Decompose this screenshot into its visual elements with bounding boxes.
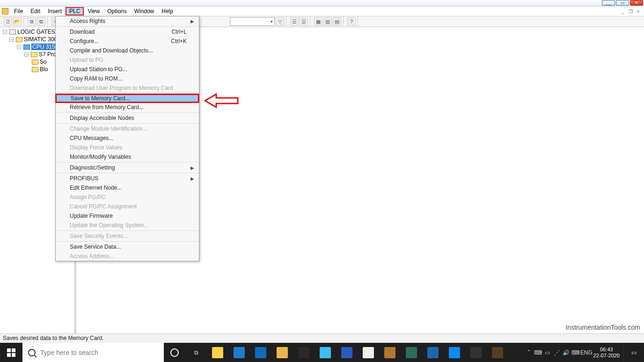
menu-item-display-accessible-nodes[interactable]: Display Accessible Nodes [56,113,199,123]
tray-keyboard-icon[interactable]: ⌨ [534,349,543,356]
menu-item-update-firmware[interactable]: Update Firmware [56,211,199,221]
tray-chevron-icon[interactable]: ˄ [524,349,534,356]
plc-menu-dropdown: Access Rights▶DownloadCtrl+LConfigure...… [55,16,199,261]
new-button[interactable]: 🗋 [4,17,12,26]
menu-item-upload-station-to-pg[interactable]: Upload Station to PG... [56,65,199,74]
menu-item-compile-and-download-objects[interactable]: Compile and Download Objects... [56,46,199,55]
menu-item-access-address: Access Address... [56,251,199,261]
filter-combo[interactable]: ▾ [230,17,275,26]
menu-plc[interactable]: PLC [66,7,84,15]
task-view-button[interactable]: ⧉ [185,343,207,362]
toolbar-btn-a[interactable]: ⧉ [28,17,36,26]
toolbar-btn-e[interactable]: ▦ [314,17,322,26]
tray-volume-icon[interactable]: 🔊 [562,349,571,356]
toolbar-btn-c[interactable]: ☰ [290,17,299,26]
menu-item-download[interactable]: DownloadCtrl+L [56,27,199,37]
statusbar: Saves desired data to the Memory Card. [0,333,644,343]
open-button[interactable]: 📂 [13,17,22,26]
tree-sources[interactable]: So [40,59,47,65]
search-placeholder: Type here to search [40,349,98,356]
taskbar-app-a[interactable] [379,343,401,362]
taskbar-app-edge[interactable] [315,343,336,362]
tree-station[interactable]: SIMATIC 300( [24,36,59,43]
toolbar-btn-b[interactable]: ⧉ [37,17,45,26]
menu-options[interactable]: Options [103,7,130,15]
blocks-icon [32,67,38,72]
menu-item-assign-pg-pc: Assign PG/PC [56,192,199,202]
titlebar: __ ▭ ✕ [0,0,644,7]
menu-view[interactable]: View [84,7,103,15]
menu-item-save-security-events: Save Security Events... [56,231,199,241]
tray-language[interactable]: ENG [580,349,590,356]
menu-item-change-module-identification: Change Module Identification... [56,124,199,133]
help-button[interactable]: ? [347,17,356,26]
clock-date: 22-07-2020 [593,353,620,359]
taskbar: Type here to search ⧉ ˄ ⌨ ▭ ⋰ 🔊 ⌨ ENG 06… [0,343,644,362]
tree-blocks[interactable]: Blo [40,66,48,73]
tray-battery-icon[interactable]: ▭ [543,349,552,356]
tree-program[interactable]: S7 Pro [39,51,56,58]
menu-insert[interactable]: Insert [44,7,66,15]
sources-icon [32,59,38,65]
menu-item-display-force-values: Display Force Values [56,143,199,152]
menu-item-cpu-messages[interactable]: CPU Messages... [56,133,199,143]
project-icon [9,30,16,35]
menu-file[interactable]: File [10,7,27,15]
menu-item-configure[interactable]: Configure...Ctrl+K [56,37,199,46]
menu-item-cancel-pg-pc-assignment: Cancel PG/PC Assignment [56,202,199,211]
menu-item-copy-ram-to-rom[interactable]: Copy RAM to ROM... [56,74,199,83]
mdi-restore-button[interactable]: ❐ [627,9,634,14]
start-button[interactable] [0,343,22,362]
menu-item-upload-to-pg: Upload to PG [56,55,199,65]
window-maximize-button[interactable]: ▭ [616,0,629,6]
menu-item-retrieve-from-memory-card[interactable]: Retrieve from Memory Card... [56,103,199,112]
taskbar-clock[interactable]: 06:43 22-07-2020 [590,347,623,359]
menu-item-monitor-modify-variables[interactable]: Monitor/Modify Variables [56,152,199,162]
taskbar-app-e[interactable] [487,343,508,362]
search-icon [28,349,36,356]
program-icon [31,52,37,57]
taskbar-app-d[interactable] [465,343,487,362]
taskbar-app-paint[interactable] [271,343,293,362]
window-minimize-button[interactable]: __ [602,0,615,6]
toolbar-btn-f[interactable]: ▥ [323,17,332,26]
menu-item-download-user-program-to-memory-card: Download User Program to Memory Card [56,83,199,93]
taskbar-app-word[interactable] [336,343,358,362]
tray-wifi-icon[interactable]: ⋰ [552,349,562,356]
system-tray[interactable]: ˄ ⌨ ▭ ⋰ 🔊 ⌨ ENG 06:43 22-07-2020 ▭ [524,343,644,362]
taskbar-app-b[interactable] [401,343,422,362]
svg-marker-0 [205,94,238,107]
tray-ime-icon[interactable]: ⌨ [571,349,580,356]
taskbar-app-c[interactable] [422,343,444,362]
menu-help[interactable]: Help [158,7,177,15]
mdi-minimize-button[interactable]: _ [620,9,626,14]
menu-item-save-to-memory-card[interactable]: Save to Memory Card... [55,94,199,103]
taskbar-app-teamviewer[interactable] [444,343,465,362]
menu-bar: FileEditInsertPLCViewOptionsWindowHelp _… [0,7,644,16]
toolbar-btn-d[interactable]: ☰ [300,17,308,26]
taskbar-app-chrome[interactable] [358,343,379,362]
window-close-button[interactable]: ✕ [630,0,643,6]
taskbar-app-tia[interactable] [293,343,315,362]
menu-edit[interactable]: Edit [27,7,44,15]
menu-window[interactable]: Window [131,7,158,15]
menu-item-access-rights[interactable]: Access Rights▶ [56,16,199,26]
mdi-close-button[interactable]: × [635,9,641,14]
filter-button[interactable]: ▽ [276,17,284,26]
menu-item-update-the-operating-system: Update the Operating System... [56,221,199,230]
taskbar-app-mail[interactable] [250,343,271,362]
toolbar-btn-g[interactable]: ▤ [333,17,341,26]
menu-item-profibus[interactable]: PROFIBUS▶ [56,174,199,183]
cpu-icon [23,44,30,50]
app-icon [2,8,8,15]
annotation-arrow [204,92,239,109]
action-center-button[interactable]: ▭ [623,343,644,362]
taskbar-app-store[interactable] [228,343,250,362]
cortana-button[interactable] [164,343,185,362]
menu-item-save-service-data[interactable]: Save Service Data... [56,242,199,251]
watermark: InstrumentationTools.com [565,324,640,331]
menu-item-edit-ethernet-node[interactable]: Edit Ethernet Node... [56,183,199,192]
taskbar-app-explorer[interactable] [207,343,228,362]
taskbar-search[interactable]: Type here to search [22,343,164,362]
menu-item-diagnostic-setting[interactable]: Diagnostic/Setting▶ [56,163,199,172]
